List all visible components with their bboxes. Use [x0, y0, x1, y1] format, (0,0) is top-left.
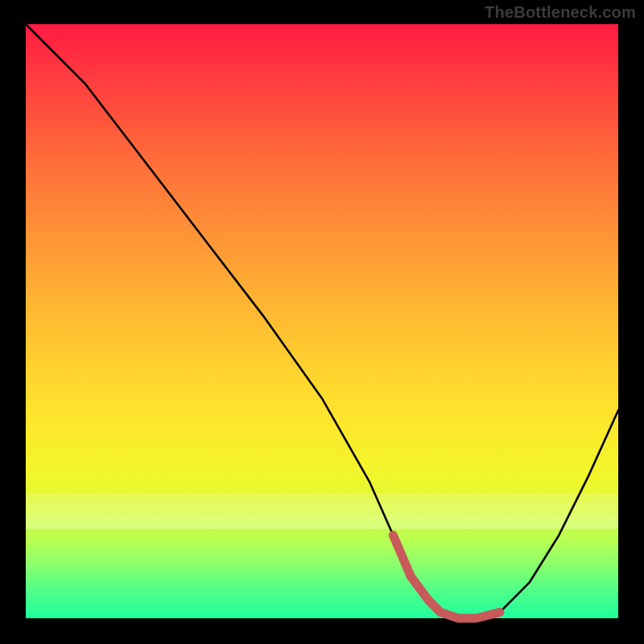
chart-svg — [26, 24, 618, 618]
chart-plot-area — [26, 24, 618, 618]
chart-frame: TheBottleneck.com — [0, 0, 644, 644]
optimal-marker — [393, 535, 500, 618]
bottleneck-curve — [26, 24, 618, 618]
attribution-label: TheBottleneck.com — [485, 3, 636, 22]
